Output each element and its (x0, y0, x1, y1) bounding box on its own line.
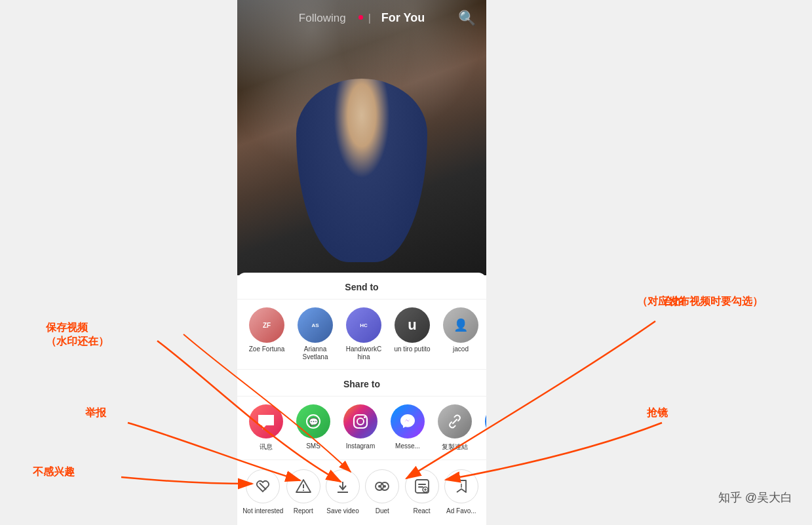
action-buttons-row: Not interested Report (237, 460, 486, 517)
share-to-title: Share to (237, 370, 486, 397)
svg-text:💬: 💬 (309, 417, 319, 427)
share-item-instagram[interactable]: Instagram (341, 404, 380, 450)
following-notification-dot (358, 15, 363, 20)
share-item-messages[interactable]: 讯息 (246, 404, 286, 452)
friend-name-handiwork: HandiworkC hina (345, 345, 383, 361)
friend-item-handiwork[interactable]: HC HandiworkC hina (345, 307, 383, 361)
share-item-copy-link[interactable]: 复製連結 (435, 404, 474, 452)
share-item-facebook[interactable]: Face... (482, 404, 486, 450)
messages-label: 讯息 (260, 442, 273, 452)
action-not-interested[interactable]: Not interested (242, 469, 283, 515)
search-icon[interactable]: 🔍 (458, 10, 476, 27)
duet-label: Duet (376, 507, 389, 515)
friend-avatar-zoe: ZF (249, 307, 284, 343)
friend-item-untiro[interactable]: u un tiro putito (393, 307, 431, 361)
svg-marker-0 (258, 415, 274, 429)
save-video-icon (326, 469, 360, 503)
video-area[interactable]: Following | For You 🔍 (237, 0, 486, 275)
send-to-title: Send to (237, 273, 486, 300)
svg-point-4 (357, 418, 364, 425)
friend-name-jacod: jacod (453, 345, 469, 353)
phone-mockup: Following | For You 🔍 Send to ZF Zoe For… (237, 0, 486, 525)
top-navigation: Following | For You 🔍 (237, 0, 486, 36)
sms-label: SMS (306, 442, 320, 450)
svg-point-15 (383, 485, 386, 488)
messages-icon (249, 404, 283, 438)
duet-icon (365, 469, 399, 503)
friend-name-zoe: Zoe Fortuna (249, 345, 284, 353)
facebook-icon (485, 404, 486, 438)
nav-divider: | (368, 12, 371, 24)
friend-item-zoe[interactable]: ZF Zoe Fortuna (248, 307, 286, 361)
share-bottom-sheet: Send to ZF Zoe Fortuna AS Arianna Svetla… (237, 273, 486, 525)
messenger-icon (391, 404, 425, 438)
react-label: React (413, 507, 430, 515)
watermark: 知乎 @吴大白 (718, 490, 792, 505)
action-report[interactable]: Report (284, 469, 323, 515)
annotation-save-video: 保存视频（水印还在） (46, 321, 109, 349)
tab-following[interactable]: Following (294, 9, 351, 28)
action-add-favorite[interactable]: Ad Favo... (442, 469, 481, 515)
not-interested-icon (246, 469, 280, 503)
add-favorite-label: Ad Favo... (446, 507, 476, 515)
instagram-icon (343, 404, 377, 438)
friend-name-arianna: Arianna Svetlana (296, 345, 334, 361)
share-item-sms[interactable]: 💬 SMS (294, 404, 333, 450)
report-icon (286, 469, 320, 503)
friend-name-untiro: un tiro putito (394, 345, 430, 353)
friends-row: ZF Zoe Fortuna AS Arianna Svetlana HC Ha… (237, 300, 486, 370)
report-label: Report (294, 507, 313, 515)
share-item-messenger[interactable]: Messe... (388, 404, 427, 450)
annotation-react: 抢镜 (647, 406, 668, 420)
add-favorite-icon (444, 469, 478, 503)
friend-avatar-jacod: 👤 (443, 307, 478, 343)
not-interested-label: Not interested (242, 507, 283, 515)
instagram-label: Instagram (346, 442, 375, 450)
action-react[interactable]: React (402, 469, 442, 515)
svg-point-14 (378, 485, 381, 488)
action-save-video[interactable]: Save video (323, 469, 362, 515)
share-apps-row: 讯息 💬 SMS In (237, 397, 486, 460)
messenger-label: Messe... (395, 442, 420, 450)
save-video-label: Save video (326, 507, 358, 515)
friend-avatar-arianna: AS (298, 307, 333, 343)
action-duet[interactable]: Duet (362, 469, 402, 515)
svg-rect-18 (418, 486, 423, 488)
tab-for-you[interactable]: For You (376, 9, 430, 28)
react-icon (405, 469, 439, 503)
friend-avatar-handiwork: HC (346, 307, 381, 343)
friend-item-arianna[interactable]: AS Arianna Svetlana (296, 307, 334, 361)
copy-link-icon (438, 404, 472, 438)
annotation-duet-note: （对应发布视频时要勾选） (637, 295, 763, 309)
svg-point-5 (364, 416, 366, 418)
sms-icon: 💬 (296, 404, 330, 438)
svg-point-9 (303, 490, 304, 491)
friend-avatar-untiro: u (395, 307, 430, 343)
annotation-not-interested: 不感兴趣 (33, 465, 75, 479)
friend-item-jacod[interactable]: 👤 jacod (442, 307, 480, 361)
nav-tabs: Following | For You (294, 9, 430, 28)
copy-link-label: 复製連結 (442, 442, 468, 452)
svg-rect-17 (418, 484, 426, 485)
annotation-report: 举报 (85, 406, 106, 420)
